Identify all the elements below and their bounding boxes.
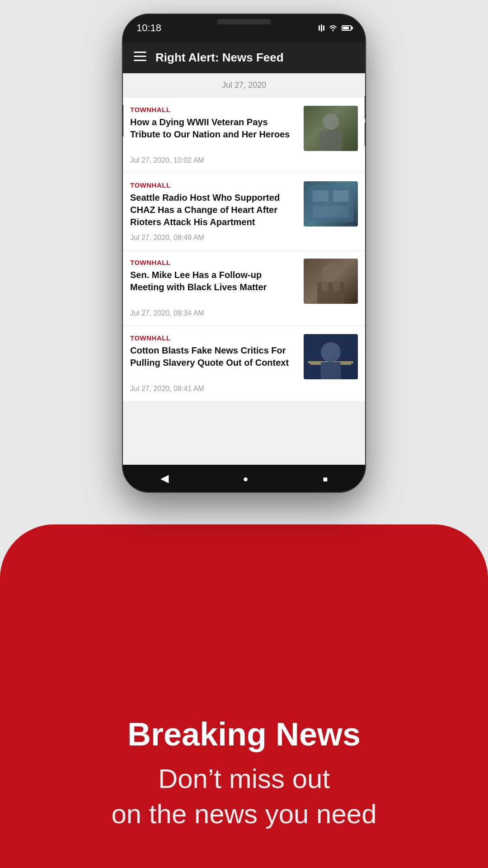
status-time: 10:18 [136,22,161,34]
news-timestamp: Jul 27, 2020, 09:49 AM [130,234,358,242]
news-timestamp: Jul 27, 2020, 10:02 AM [130,156,358,165]
svg-rect-6 [313,190,328,202]
svg-rect-7 [333,190,349,202]
breaking-news-title: Breaking News [127,717,361,752]
home-button[interactable] [243,472,249,485]
status-icons [319,24,352,32]
svg-rect-17 [321,362,341,379]
power-button [122,105,123,137]
news-headline: How a Dying WWII Veteran Pays Tribute to… [130,116,298,141]
nav-bar [123,465,365,492]
svg-rect-2 [134,60,146,61]
news-source: TOWNHALL [130,334,298,342]
back-button[interactable] [160,472,169,485]
svg-rect-10 [317,282,344,304]
status-bar: 10:18 [123,14,365,42]
news-thumbnail [304,259,358,304]
volume-up-button [365,96,366,118]
news-item[interactable]: TOWNHALL Cotton Blasts Fake News Critics… [123,326,365,401]
bottom-promo-section: Breaking News Don’t miss out on the news… [0,524,488,868]
svg-rect-11 [322,282,328,291]
vibrate-icon [319,24,324,32]
news-item[interactable]: TOWNHALL How a Dying WWII Veteran Pays T… [123,97,365,173]
news-source: TOWNHALL [130,181,298,189]
recents-button[interactable] [323,472,328,485]
news-headline: Cotton Blasts Fake News Critics For Pull… [130,344,298,369]
news-source: TOWNHALL [130,106,298,113]
wifi-icon [328,24,338,32]
news-timestamp: Jul 27, 2020, 08:41 AM [130,385,358,393]
app-title: Right Alert: News Feed [155,51,284,65]
news-headline: Seattle Radio Host Who Supported CHAZ Ha… [130,192,298,228]
svg-point-3 [323,113,339,130]
volume-down-button [365,123,366,146]
news-timestamp: Jul 27, 2020, 09:34 AM [130,309,358,317]
svg-rect-4 [319,131,342,151]
news-thumbnail [304,181,358,226]
news-item[interactable]: TOWNHALL Seattle Radio Host Who Supporte… [123,173,365,250]
svg-rect-0 [134,52,146,53]
news-headline: Sen. Mike Lee Has a Follow-up Meeting wi… [130,269,298,293]
news-source: TOWNHALL [130,259,298,266]
news-feed-screen: Jul 27, 2020 TOWNHALL How a Dying WWII V… [123,73,365,465]
news-item[interactable]: TOWNHALL Sen. Mike Lee Has a Follow-up M… [123,250,365,326]
svg-point-16 [321,342,341,362]
battery-icon [342,25,352,31]
menu-button[interactable] [134,51,146,64]
svg-rect-12 [333,282,340,291]
svg-rect-1 [134,56,146,57]
breaking-news-tagline: Don’t miss out on the news you need [111,761,376,832]
phone-frame: 10:18 Right Alert [122,14,366,493]
svg-point-9 [322,263,340,281]
app-header: Right Alert: News Feed [123,42,365,73]
date-header: Jul 27, 2020 [123,73,365,97]
svg-rect-8 [313,206,349,217]
news-thumbnail [304,334,358,379]
news-thumbnail [304,106,358,151]
